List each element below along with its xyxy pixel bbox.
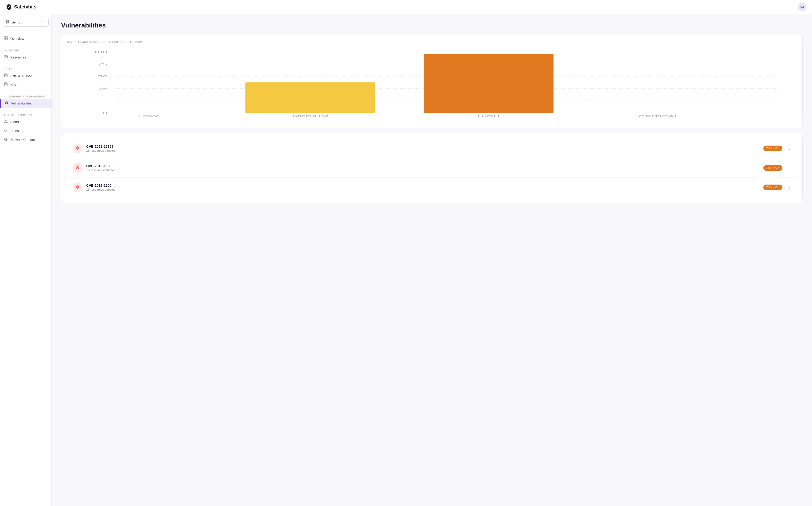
sidebar-item-nis2[interactable]: NIS 2	[0, 80, 52, 89]
shield-icon	[6, 4, 12, 10]
logo: Safetybits	[6, 4, 36, 10]
expand-icon-2[interactable]: ⌄	[788, 185, 791, 190]
vuln-bug-icon-0	[75, 146, 80, 152]
svg-point-27	[6, 122, 6, 122]
sidebar-vulnerabilities-label: Vulnerabilities	[11, 101, 31, 105]
sidebar-item-network-capture[interactable]: Network Capture	[0, 135, 52, 144]
chart-title: SEVERITY AND RESOURCES AFFECTED HISTOGRA…	[67, 40, 797, 44]
ens-icon	[4, 74, 8, 78]
sidebar-overview-label: Overview	[10, 37, 24, 40]
threat-section-label: THREAT DETECTION	[0, 112, 52, 117]
svg-rect-7	[6, 38, 7, 40]
sidebar-ens-label: ENS 311/2022	[10, 74, 32, 78]
svg-text:50: 50	[97, 75, 107, 78]
svg-text:100: 100	[92, 51, 107, 53]
sidebar-nis2-label: NIS 2	[10, 83, 18, 87]
bug-icon	[4, 101, 9, 106]
vuln-icon-wrap-0	[73, 144, 82, 153]
sidebar-item-resources[interactable]: Resources	[0, 53, 52, 62]
svg-text:75: 75	[97, 63, 107, 66]
chevron-icon: ⌃⌄	[41, 21, 46, 24]
vuln-mgmt-section-label: VULNERABILITY MANAGEMENT	[0, 93, 52, 99]
main-content: Vulnerabilities SEVERITY AND RESOURCES A…	[52, 14, 812, 506]
vuln-item-0[interactable]: CVE-2022-25622 15 resources affected 7.5…	[67, 139, 797, 158]
svg-rect-5	[6, 36, 7, 38]
vuln-badge-1: 7.5 - HIGH	[763, 165, 783, 171]
sidebar-rules-label: Rules	[10, 129, 19, 133]
svg-text:25: 25	[97, 87, 107, 90]
sidebar-divider-2	[0, 64, 52, 64]
avatar[interactable]: VJ	[798, 3, 806, 11]
risks-section-label: RISKS	[0, 66, 52, 71]
bar-medium	[245, 82, 375, 113]
vuln-info-2: CVE-2016-2200 15 resources affected	[86, 183, 760, 191]
vuln-name-0: CVE-2022-25622	[86, 144, 760, 148]
svg-rect-6	[4, 38, 6, 40]
vuln-icon-wrap-2	[73, 182, 82, 192]
sidebar-item-alerts[interactable]: Alerts	[0, 117, 52, 126]
bar-high	[424, 54, 553, 113]
page-title: Vulnerabilities	[61, 22, 803, 29]
expand-icon-1[interactable]: ⌄	[788, 166, 791, 170]
main-layout: Demo ⌃⌄ Overview INVENTORY	[0, 14, 812, 506]
svg-text:HIGH: HIGH	[477, 115, 500, 118]
histogram-svg: 100 75 50 25 0 MEDIUM HIGH LOW	[67, 47, 797, 122]
rules-icon	[4, 129, 8, 133]
app-title: Safetybits	[14, 4, 36, 10]
svg-text:MEDIUM: MEDIUM	[292, 115, 328, 118]
svg-text:LOW: LOW	[138, 115, 158, 118]
vulnerabilities-list: CVE-2022-25622 15 resources affected 7.5…	[61, 133, 803, 203]
histogram-card: SEVERITY AND RESOURCES AFFECTED HISTOGRA…	[61, 35, 803, 128]
vuln-name-1: CVE-2019-10936	[86, 164, 760, 168]
vuln-item-1[interactable]: CVE-2019-10936 15 resources affected 7.5…	[67, 158, 797, 178]
expand-icon-0[interactable]: ⌄	[788, 146, 791, 151]
resources-icon	[4, 55, 8, 60]
svg-rect-8	[4, 56, 7, 58]
sidebar-item-overview[interactable]: Overview	[0, 34, 52, 43]
vuln-bug-icon-1	[75, 165, 80, 171]
sidebar-divider-3	[0, 91, 52, 91]
workspace-icon	[6, 20, 10, 24]
sidebar-item-vulnerabilities[interactable]: Vulnerabilities	[0, 99, 52, 108]
svg-rect-2	[6, 22, 7, 23]
vuln-info-0: CVE-2022-25622 15 resources affected	[86, 144, 760, 152]
vuln-bug-icon-2	[75, 184, 80, 190]
chart-area: 100 75 50 25 0 MEDIUM HIGH LOW	[67, 47, 797, 122]
sidebar-resources-label: Resources	[10, 56, 26, 59]
sidebar-network-capture-label: Network Capture	[10, 138, 35, 142]
sidebar: Demo ⌃⌄ Overview INVENTORY	[0, 14, 52, 506]
svg-rect-1	[8, 20, 9, 22]
nis2-icon	[4, 82, 8, 87]
workspace-label: Demo	[11, 20, 39, 24]
sidebar-alerts-label: Alerts	[10, 120, 19, 124]
vuln-badge-0: 7.5 - HIGH	[763, 146, 783, 151]
inventory-section-label: INVENTORY	[0, 47, 52, 53]
vuln-icon-wrap-1	[73, 163, 82, 173]
svg-text:CRITICAL: CRITICAL	[639, 115, 679, 118]
overview-icon	[4, 36, 8, 41]
vuln-info-1: CVE-2019-10936 15 resources affected	[86, 164, 760, 172]
svg-text:0: 0	[102, 111, 107, 114]
sidebar-item-ens[interactable]: ENS 311/2022	[0, 71, 52, 80]
vuln-name-2: CVE-2016-2200	[86, 183, 760, 187]
vuln-sub-0: 15 resources affected	[86, 149, 760, 152]
svg-rect-4	[4, 36, 6, 38]
network-icon	[4, 137, 8, 142]
sidebar-item-rules[interactable]: Rules	[0, 126, 52, 135]
app-header: Safetybits VJ	[0, 0, 812, 14]
vuln-badge-2: 7.5 - HIGH	[763, 184, 783, 190]
sidebar-divider-top	[0, 32, 52, 32]
svg-rect-0	[6, 20, 7, 22]
vuln-sub-1: 15 resources affected	[86, 168, 760, 172]
alerts-icon	[4, 119, 8, 124]
vuln-item-2[interactable]: CVE-2016-2200 15 resources affected 7.5 …	[67, 178, 797, 197]
vuln-sub-2: 15 resources affected	[86, 188, 760, 191]
workspace-selector[interactable]: Demo ⌃⌄	[3, 18, 49, 26]
svg-rect-3	[8, 22, 9, 23]
